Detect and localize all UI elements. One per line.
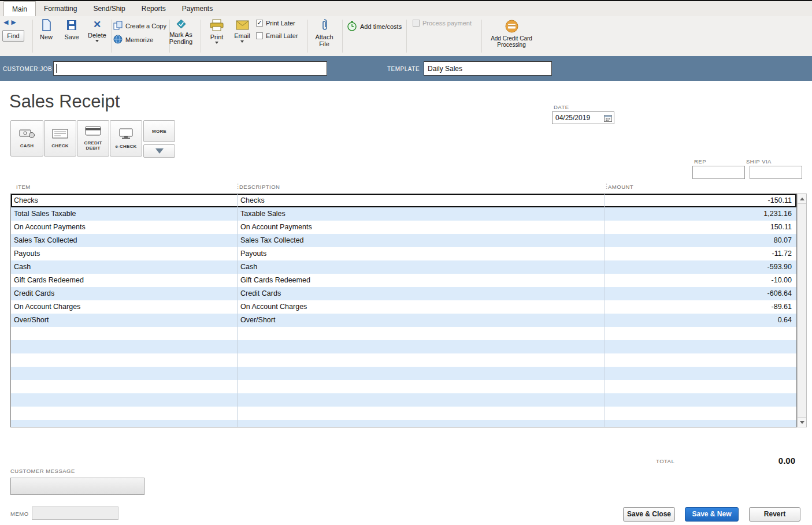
amount-cell[interactable]	[605, 367, 796, 380]
amount-cell[interactable]	[605, 380, 796, 393]
table-row[interactable]	[11, 367, 796, 380]
vertical-scrollbar[interactable]	[797, 193, 807, 427]
item-cell[interactable]	[11, 407, 238, 420]
table-row[interactable]	[11, 380, 796, 393]
table-row[interactable]: Credit CardsCredit Cards-606.64	[11, 287, 796, 300]
payment-method-check-button[interactable]: CHECK	[44, 120, 76, 157]
back-arrow-icon[interactable]: ◀	[3, 18, 8, 26]
table-row[interactable]: CashCash-593.90	[11, 260, 796, 274]
item-cell[interactable]	[11, 367, 238, 380]
description-cell[interactable]	[238, 367, 605, 380]
template-combo[interactable]: Daily Sales	[424, 61, 552, 76]
rep-combo[interactable]	[692, 166, 745, 179]
delete-button[interactable]: ✕ Delete	[86, 19, 108, 42]
table-row[interactable]: Total Sales TaxableTaxable Sales1,231.16	[11, 207, 796, 221]
more-payment-methods-button[interactable]: MORE	[143, 120, 175, 142]
amount-cell[interactable]	[605, 420, 796, 427]
description-cell[interactable]: Cash	[238, 260, 605, 274]
table-row[interactable]	[11, 327, 796, 340]
payment-methods-expand-button[interactable]	[143, 144, 175, 158]
amount-cell[interactable]: -150.11	[605, 194, 796, 207]
email-button[interactable]: Email	[231, 20, 253, 43]
description-cell[interactable]: Sales Tax Collected	[238, 234, 605, 247]
item-cell[interactable]	[11, 340, 238, 353]
item-cell[interactable]: Payouts	[11, 247, 238, 260]
print-button[interactable]: Print	[206, 19, 228, 44]
description-cell[interactable]	[238, 340, 605, 353]
item-cell[interactable]: Checks	[11, 194, 238, 207]
attach-file-button[interactable]: Attach File	[311, 18, 338, 47]
tab-payments[interactable]: Payments	[174, 1, 221, 16]
amount-cell[interactable]: 0.64	[605, 314, 796, 327]
payment-method-credit-debit-button[interactable]: CREDIT DEBIT	[77, 120, 109, 157]
table-row[interactable]: PayoutsPayouts-11.72	[11, 247, 796, 260]
item-cell[interactable]: Sales Tax Collected	[11, 234, 238, 247]
add-credit-card-processing-button[interactable]: Add Credit Card Processing	[479, 20, 544, 48]
customer-message-combo[interactable]	[10, 478, 144, 495]
table-row[interactable]	[11, 353, 796, 367]
email-later-checkbox[interactable]: ✓	[256, 32, 263, 39]
amount-cell[interactable]: -11.72	[605, 247, 796, 260]
revert-button[interactable]: Revert	[749, 507, 800, 522]
amount-cell[interactable]: -593.90	[605, 260, 796, 274]
amount-cell[interactable]: 150.11	[605, 221, 796, 234]
find-button[interactable]: Find	[2, 30, 24, 42]
amount-cell[interactable]: -606.64	[605, 287, 796, 300]
save-and-new-button[interactable]: Save & New	[685, 507, 739, 522]
save-and-close-button[interactable]: Save & Close	[623, 507, 675, 522]
item-cell[interactable]: Credit Cards	[11, 287, 238, 300]
print-later-option[interactable]: ✓ Print Later	[256, 20, 295, 27]
table-row[interactable]	[11, 340, 796, 353]
table-row[interactable]	[11, 393, 796, 407]
item-cell[interactable]: Cash	[11, 260, 238, 274]
add-time-costs-button[interactable]: Add time/costs	[347, 21, 402, 32]
description-cell[interactable]	[238, 380, 605, 393]
item-cell[interactable]: Gift Cards Redeemed	[11, 274, 238, 287]
date-field[interactable]: 04/25/2019	[552, 111, 614, 124]
table-row[interactable]	[11, 407, 796, 420]
description-cell[interactable]: Taxable Sales	[238, 207, 605, 221]
ship-via-combo[interactable]	[750, 166, 802, 179]
item-cell[interactable]	[11, 393, 238, 407]
item-cell[interactable]	[11, 327, 238, 340]
tab-reports[interactable]: Reports	[134, 1, 174, 16]
table-row[interactable]: Gift Cards RedeemedGift Cards Redeemed-1…	[11, 274, 796, 287]
description-cell[interactable]	[238, 407, 605, 420]
payment-method-echeck-button[interactable]: e-CHECK	[110, 120, 142, 157]
tab-main[interactable]: Main	[3, 1, 36, 16]
item-cell[interactable]	[11, 380, 238, 393]
table-row[interactable]: Over/ShortOver/Short0.64	[11, 314, 796, 327]
description-cell[interactable]	[238, 327, 605, 340]
scroll-down-button[interactable]	[798, 417, 806, 427]
item-cell[interactable]	[11, 420, 238, 427]
description-cell[interactable]: Checks	[238, 194, 605, 207]
memo-input[interactable]	[32, 507, 118, 520]
amount-cell[interactable]: 1,231.16	[605, 207, 796, 221]
amount-cell[interactable]	[605, 327, 796, 340]
table-row[interactable]: Sales Tax CollectedSales Tax Collected80…	[11, 234, 796, 247]
mark-as-pending-button[interactable]: Mark As Pending	[164, 19, 198, 45]
description-cell[interactable]: On Account Charges	[238, 300, 605, 314]
tab-formatting[interactable]: Formatting	[36, 1, 85, 16]
email-later-option[interactable]: ✓ Email Later	[256, 32, 298, 39]
payment-method-cash-button[interactable]: CASH	[10, 120, 43, 157]
description-cell[interactable]: On Account Payments	[238, 221, 605, 234]
item-cell[interactable]: On Account Charges	[11, 300, 238, 314]
item-cell[interactable]	[11, 353, 238, 367]
customer-job-combo[interactable]	[53, 61, 327, 76]
description-cell[interactable]: Credit Cards	[238, 287, 605, 300]
description-cell[interactable]	[238, 353, 605, 367]
description-cell[interactable]: Payouts	[238, 247, 605, 260]
scroll-up-button[interactable]	[798, 194, 806, 204]
amount-cell[interactable]	[605, 353, 796, 367]
amount-cell[interactable]	[605, 393, 796, 407]
item-cell[interactable]: Over/Short	[11, 314, 238, 327]
amount-cell[interactable]	[605, 407, 796, 420]
memorize-button[interactable]: Memorize	[113, 35, 153, 45]
create-copy-button[interactable]: Create a Copy	[113, 21, 166, 31]
description-cell[interactable]: Gift Cards Redeemed	[238, 274, 605, 287]
new-button[interactable]: New	[36, 19, 57, 40]
table-row[interactable]: On Account ChargesOn Account Charges-89.…	[11, 300, 796, 314]
save-button[interactable]: Save	[61, 19, 82, 40]
forward-arrow-icon[interactable]: ▶	[11, 18, 16, 26]
